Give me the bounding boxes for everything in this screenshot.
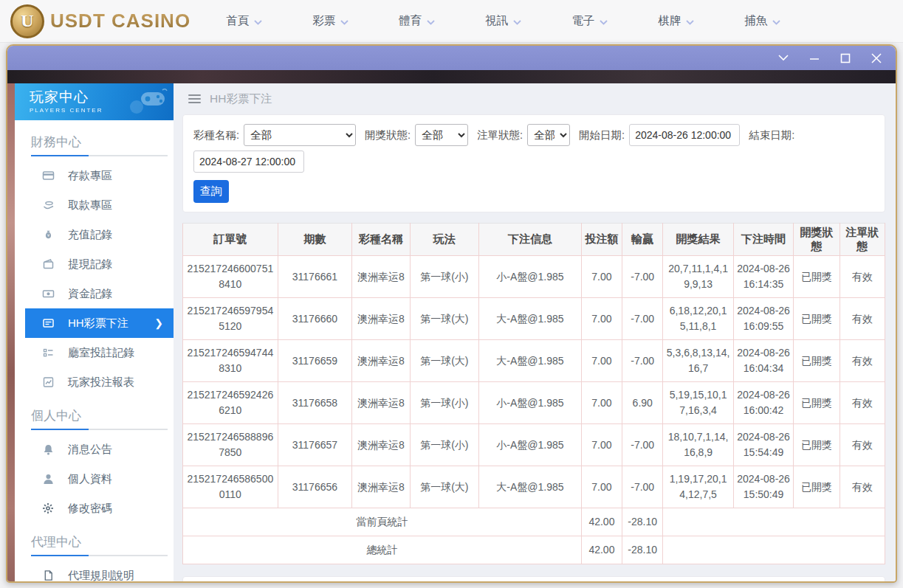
chevron-down-icon [427, 15, 435, 28]
banknote-icon [41, 287, 55, 300]
start-date-input[interactable] [629, 124, 740, 146]
sidebar-item-HH彩票下注[interactable]: HH彩票下注❯ [25, 308, 174, 338]
table-header-cell: 開獎狀態 [794, 224, 840, 256]
sidebar-item-存款專區[interactable]: 存款專區 [15, 161, 174, 190]
table-cell: 2024-08-26 16:04:34 [733, 340, 793, 382]
table-cell: 2152172465888967850 [183, 424, 278, 466]
sidebar-item-label: 充值記錄 [68, 228, 112, 242]
order-status-select[interactable]: 全部 [527, 124, 570, 146]
table-header-cell: 注單狀態 [840, 224, 885, 256]
sidebar-section-title: 個人中心 [31, 407, 174, 424]
table-cell: 6,18,12,20,15,11,8,1 [663, 298, 734, 340]
sidebar-item-label: 廳室投註記錄 [68, 346, 134, 360]
end-date-label: 結束日期: [749, 128, 794, 142]
window-close-icon[interactable] [871, 52, 882, 64]
table-cell: 第一球(小) [410, 424, 478, 466]
sidebar-item-label: 消息公告 [68, 443, 112, 457]
nav-item-label: 電子 [571, 13, 594, 29]
page-summary-empty [663, 508, 885, 536]
nav-item[interactable]: 視訊 [485, 13, 521, 29]
table-cell: 已開獎 [794, 466, 840, 508]
table-cell: 7.00 [581, 466, 622, 508]
table-cell: -7.00 [622, 298, 663, 340]
table-cell: 2024-08-26 15:54:49 [733, 424, 793, 466]
withdraw-hand-icon [41, 198, 55, 212]
sidebar-header: 玩家中心 PLAYERS CENTER [15, 83, 174, 120]
table-cell: 7.00 [581, 298, 622, 340]
window-chevron-down-icon[interactable] [777, 52, 789, 64]
table-row: 215217246588896785031176657澳洲幸运8第一球(小)小-… [183, 424, 885, 466]
table-cell: 大-A盤@1.985 [479, 340, 582, 382]
sidebar-item-label: HH彩票下注 [68, 317, 128, 331]
sidebar-item-label: 取款專區 [68, 198, 112, 212]
sidebar-item-代理規則說明[interactable]: 代理規則說明 [15, 561, 174, 583]
page-summary-win-total: -28.10 [622, 508, 663, 536]
page-header: HH彩票下注 [174, 83, 896, 114]
table-cell: 2024-08-26 16:14:35 [733, 256, 793, 298]
table-row: 215217246594744831031176659澳洲幸运8第一球(大)大-… [183, 340, 885, 382]
table-cell: 有效 [840, 298, 885, 340]
sidebar-item-充值記錄[interactable]: ¥充值記錄 [15, 220, 174, 249]
window-minimize-icon[interactable] [808, 52, 820, 64]
sidebar-item-資金記錄[interactable]: 資金記錄 [15, 279, 174, 308]
table-cell: -7.00 [622, 424, 663, 466]
table-cell: 18,10,7,1,14,16,8,9 [663, 424, 734, 466]
nav-item-label: 首頁 [226, 13, 249, 29]
nav-item[interactable]: 體育 [399, 13, 435, 29]
table-cell: 小-A盤@1.985 [479, 424, 582, 466]
end-date-input[interactable] [193, 151, 304, 173]
table-cell: 2152172466007518410 [183, 256, 278, 298]
table-cell: 31176659 [278, 340, 352, 382]
document-icon [41, 569, 55, 582]
order-status-label: 注單狀態: [477, 128, 523, 142]
search-button[interactable]: 查詢 [193, 180, 229, 203]
draw-status-label: 開獎狀態: [365, 128, 411, 142]
nav-item-label: 視訊 [485, 13, 508, 29]
nav-item[interactable]: 彩票 [312, 13, 349, 29]
nav-item[interactable]: 首頁 [226, 13, 262, 29]
grand-summary-label: 總統計 [183, 536, 582, 564]
site-logo[interactable]: U USDT CASINO [10, 4, 190, 38]
sidebar-item-提現記錄[interactable]: 提現記錄 [15, 249, 174, 279]
draw-status-select[interactable]: 全部 [415, 124, 468, 146]
lottery-name-select[interactable]: 全部 [244, 124, 356, 146]
table-header-row: 訂單號期數彩種名稱玩法下注信息投注額輸贏開獎結果下注時間開獎狀態注單狀態 [183, 224, 885, 256]
nav-item[interactable]: 棋牌 [658, 13, 694, 29]
sidebar-item-廳室投註記錄[interactable]: 廳室投註記錄 [15, 338, 174, 367]
chevron-down-icon [600, 15, 608, 28]
table-cell: 6.90 [622, 382, 663, 424]
window-maximize-icon[interactable] [840, 52, 851, 64]
sidebar-menu: 財務中心存款專區取款專區¥充值記錄提現記錄資金記錄HH彩票下注❯廳室投註記錄玩家… [15, 120, 174, 583]
table-cell: 1,19,17,20,14,12,7,5 [663, 466, 734, 508]
sidebar: 玩家中心 PLAYERS CENTER 財務中心存款專區取款專區¥充值記錄提現記… [15, 83, 174, 583]
main-menu: 首頁彩票體育視訊電子棋牌捕魚 [226, 13, 780, 29]
app-window: 玩家中心 PLAYERS CENTER 財務中心存款專區取款專區¥充值記錄提現記… [6, 44, 897, 583]
sidebar-item-label: 代理規則說明 [68, 569, 134, 583]
sidebar-item-個人資料[interactable]: 個人資料 [15, 464, 174, 494]
site-nav: U USDT CASINO 首頁彩票體育視訊電子棋牌捕魚 [0, 0, 903, 43]
table-cell: 7.00 [581, 256, 622, 298]
nav-item[interactable]: 電子 [571, 13, 608, 29]
table-header-cell: 輸贏 [622, 224, 663, 256]
table-cell: 7.00 [581, 424, 622, 466]
nav-item[interactable]: 捕魚 [744, 13, 780, 29]
table-cell: 澳洲幸运8 [352, 256, 410, 298]
sidebar-item-玩家投注報表[interactable]: 玩家投注報表 [15, 367, 174, 397]
sidebar-item-label: 資金記錄 [68, 287, 112, 301]
grand-summary-row: 總統計 42.00 -28.10 [183, 536, 885, 564]
table-cell: 澳洲幸运8 [352, 298, 410, 340]
table-cell: 2024-08-26 16:09:55 [733, 298, 793, 340]
page-summary-bet-total: 42.00 [581, 508, 622, 536]
sidebar-item-修改密碼[interactable]: 修改密碼 [15, 494, 174, 523]
table-cell: 2152172465979545120 [183, 298, 278, 340]
sidebar-item-消息公告[interactable]: 消息公告 [15, 435, 174, 464]
table-cell: 第一球(小) [410, 382, 478, 424]
sidebar-item-取款專區[interactable]: 取款專區 [15, 190, 174, 220]
table-cell: 已開獎 [794, 298, 840, 340]
table-cell: 31176657 [278, 424, 352, 466]
table-header-cell: 玩法 [410, 224, 478, 256]
table-row: 215217246586500011031176656澳洲幸运8第一球(大)大-… [183, 466, 885, 508]
hamburger-menu-icon[interactable] [188, 94, 201, 103]
deposit-card-icon [41, 169, 55, 182]
bet-table-panel: 訂單號期數彩種名稱玩法下注信息投注額輸贏開獎結果下注時間開獎狀態注單狀態 215… [182, 223, 885, 564]
